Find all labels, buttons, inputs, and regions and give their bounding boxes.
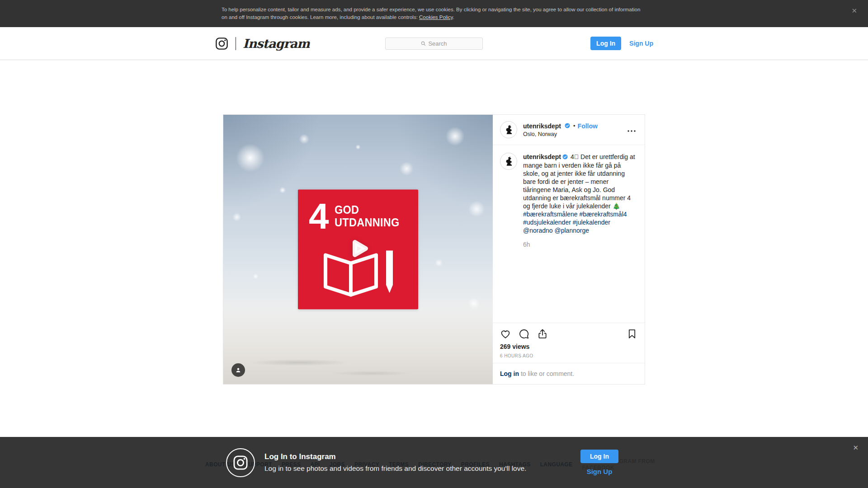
author-username[interactable]: utenriksdept [523,122,561,130]
verified-badge-icon [562,153,568,161]
comment-icon[interactable] [519,328,529,339]
hashtag-link[interactable]: #udsjulekalender [523,219,571,226]
comment-prompt-text: to like or comment. [519,370,574,377]
cookies-policy-link[interactable]: Cookies Policy [419,14,453,20]
save-icon[interactable] [627,328,637,339]
hashtag-link[interactable]: #bærekraftsmål4 [580,211,627,218]
actions-section: 269 views 6 HOURS AGO [493,323,645,363]
signup-link[interactable]: Sign Up [629,40,653,47]
follow-separator: • [573,122,576,129]
post-video[interactable]: 4 GOD UTDANNING [223,115,493,384]
post-timestamp: 6 HOURS AGO [500,353,637,358]
sdg-title: GOD UTDANNING [335,203,400,233]
hashtag-link[interactable]: #julekalender [573,219,610,226]
banner-subtitle: Log in to see photos and videos from fri… [264,465,526,473]
banner-title: Log In to Instagram [264,452,526,461]
caption-avatar[interactable] [500,153,517,170]
login-banner: Log In to Instagram Log in to see photos… [0,437,868,488]
sdg-title-line1: GOD [335,203,359,216]
login-to-comment-link[interactable]: Log in [500,370,519,377]
follow-button[interactable]: Follow [578,122,598,130]
mention-link[interactable]: @plannorge [554,227,589,234]
banner-text-block: Log In to Instagram Log in to see photos… [264,452,526,473]
mention-link[interactable]: @noradno [523,227,553,234]
banner-signup-link[interactable]: Sign Up [587,468,613,475]
main-content: 4 GOD UTDANNING [0,114,868,385]
add-comment-section: Log in to like or comment. [493,363,645,384]
caption-username[interactable]: utenriksdept [523,153,561,160]
comments-section: utenriksdept 4⃣ Det er urettferdig at ma… [493,145,645,323]
author-meta: utenriksdept • Follow Oslo, Norway [523,122,598,137]
post-age: 6h [523,241,637,248]
verified-badge-icon [565,122,570,130]
caption-text: utenriksdept 4⃣ Det er urettferdig at ma… [523,153,637,235]
instagram-circle-logo-icon [226,448,255,477]
caption-block: utenriksdept 4⃣ Det er urettferdig at ma… [523,153,637,315]
cookie-banner-text: To help personalize content, tailor and … [222,6,646,21]
post-card: 4 GOD UTDANNING [223,114,645,385]
search-icon [421,41,426,46]
bottom-area: ABOUT US SUPPORT PRESS API JOBS PRIVACY … [0,437,868,488]
post-header: utenriksdept • Follow Oslo, Norway [493,115,645,145]
sdg-number: 4 [309,200,328,233]
views-count[interactable]: 269 views [500,343,637,350]
banner-close-icon[interactable]: ✕ [853,444,859,451]
instagram-glyph-icon[interactable] [215,37,229,51]
auth-group: Log In Sign Up [483,37,653,50]
top-navigation: Instagram Search Log In Sign Up [0,27,868,60]
more-options-icon[interactable] [626,124,637,136]
brand-group: Instagram [215,37,385,51]
cookie-text-period: . [453,14,454,20]
post-info-pane: utenriksdept • Follow Oslo, Norway [493,115,645,384]
brand-divider [236,37,236,50]
sdg-title-line2: UTDANNING [335,216,400,229]
tagged-users-icon[interactable] [231,363,245,377]
author-avatar[interactable] [500,121,517,138]
cookie-banner: To help personalize content, tailor and … [0,0,868,27]
login-button[interactable]: Log In [590,37,621,50]
like-icon[interactable] [500,328,511,339]
search-placeholder: Search [428,40,447,47]
banner-login-button[interactable]: Log In [580,450,618,463]
cookie-close-icon[interactable]: ✕ [851,7,857,14]
search-input[interactable]: Search [385,38,483,50]
instagram-wordmark[interactable]: Instagram [243,37,310,51]
banner-actions: Log In Sign Up [580,450,618,475]
post-location[interactable]: Oslo, Norway [523,131,598,137]
share-icon[interactable] [537,328,548,339]
play-button-icon[interactable] [342,233,374,266]
caption-body-text: 4⃣ Det er urettferdig at mange barn i ve… [523,153,635,210]
hashtag-link[interactable]: #bærekraftsmålene [523,211,578,218]
